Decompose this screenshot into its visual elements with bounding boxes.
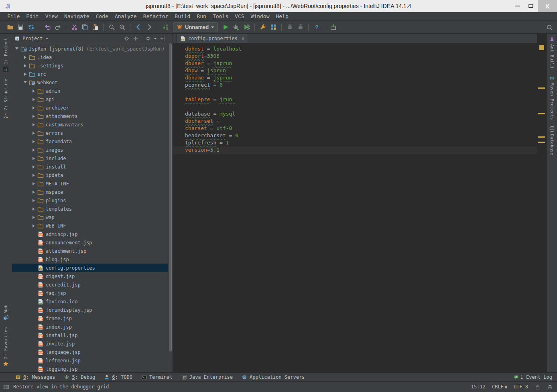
- tree-item-attachments[interactable]: attachments: [12, 112, 168, 120]
- close-button[interactable]: X: [538, 0, 557, 12]
- menu-run[interactable]: Run: [193, 13, 209, 19]
- expand-arrow-icon[interactable]: [30, 132, 37, 135]
- menu-build[interactable]: Build: [171, 13, 193, 19]
- tool-stripe-button-2-favorites[interactable]: 2: Favorites: [3, 327, 9, 367]
- lock-icon[interactable]: [535, 384, 541, 390]
- editor-line[interactable]: dbname = jsprun: [173, 74, 537, 81]
- expand-arrow-icon[interactable]: [22, 73, 28, 76]
- encoding-selector[interactable]: UTF-8: [514, 384, 528, 390]
- tree-item-announcement-jsp[interactable]: JSPannouncement.jsp: [12, 238, 168, 247]
- tree-item-attachment-jsp[interactable]: JSPattachment.jsp: [12, 247, 168, 255]
- expand-arrow-icon[interactable]: [30, 207, 37, 211]
- editor-line[interactable]: dbcharset =: [173, 118, 537, 125]
- project-panel-title[interactable]: Project: [22, 36, 43, 41]
- tree-item-language-jsp[interactable]: JSPlanguage.jsp: [12, 348, 168, 356]
- tree-item-logging-jsp[interactable]: JSPlogging.jsp: [12, 365, 168, 372]
- project-tree-scrollbar[interactable]: [168, 34, 173, 372]
- editor-line[interactable]: pconnect = 0: [173, 81, 537, 89]
- tree-item-meta-inf[interactable]: META-INF: [12, 179, 168, 188]
- tool-window-button-6-todo[interactable]: 6: TODO: [104, 374, 132, 380]
- run-configuration-selector[interactable]: Unnamed: [173, 22, 218, 32]
- menu-file[interactable]: File: [4, 13, 23, 19]
- event-log-widget[interactable]: ! 1 Event Log: [514, 373, 552, 382]
- tree-item-src[interactable]: src: [12, 70, 168, 78]
- expand-arrow-icon[interactable]: [30, 89, 37, 93]
- menu-navigate[interactable]: Navigate: [61, 13, 93, 19]
- cut-button[interactable]: [69, 22, 79, 32]
- tree-item-idea[interactable]: .idea: [12, 53, 168, 61]
- tree-item-web-inf[interactable]: WEB-INF: [12, 221, 168, 230]
- expand-arrow-icon[interactable]: [30, 106, 37, 110]
- expand-arrow-icon[interactable]: [30, 123, 37, 126]
- tree-item-templates[interactable]: templates: [12, 205, 168, 213]
- tree-item-include[interactable]: include: [12, 154, 168, 162]
- tree-item-frame-jsp[interactable]: JSPframe.jsp: [12, 314, 168, 323]
- project-structure-button[interactable]: [268, 22, 278, 32]
- run-coverage-button[interactable]: [241, 22, 252, 32]
- scrollbar-thumb[interactable]: [169, 43, 172, 351]
- tool-stripe-button-database[interactable]: Database: [549, 126, 555, 155]
- tree-item-webroot[interactable]: WebRoot: [12, 78, 168, 87]
- tool-stripe-button-web[interactable]: Web: [3, 305, 9, 321]
- editor-line[interactable]: tplrefresh = 1: [173, 139, 537, 146]
- tree-item-index-jsp[interactable]: JSPindex.jsp: [12, 323, 168, 331]
- expand-arrow-icon[interactable]: [22, 64, 28, 67]
- expand-arrow-icon[interactable]: [30, 157, 37, 160]
- editor-line[interactable]: [173, 103, 537, 110]
- stripe-mark-warning[interactable]: [538, 87, 545, 89]
- tool-stripe-button-1-project[interactable]: 1: ProjectIJ: [3, 38, 9, 72]
- editor-line[interactable]: database = mysql: [173, 110, 537, 118]
- tree-item-faq-jsp[interactable]: JSPfaq.jsp: [12, 289, 168, 297]
- tree-item-customavatars[interactable]: customavatars: [12, 120, 168, 129]
- minimize-button[interactable]: [510, 0, 524, 12]
- synchronize-button[interactable]: [26, 22, 36, 32]
- menu-code[interactable]: Code: [93, 13, 112, 19]
- paste-button[interactable]: [90, 22, 100, 32]
- expand-arrow-icon[interactable]: [30, 182, 37, 185]
- tree-item-config-properties[interactable]: config.properties: [12, 264, 168, 272]
- debug-button[interactable]: [231, 22, 241, 32]
- replace-button[interactable]: R: [117, 22, 127, 32]
- editor-line-current[interactable]: version=5.1: [173, 146, 537, 154]
- tree-item-archiver[interactable]: archiver: [12, 104, 168, 112]
- caret-position[interactable]: 15:12: [471, 384, 486, 390]
- find-button[interactable]: [106, 22, 117, 32]
- tool-window-button-5-debug[interactable]: 5: Debug: [64, 374, 95, 380]
- tab-config-properties[interactable]: config.properties ×: [176, 34, 248, 43]
- search-everywhere-button[interactable]: [544, 22, 555, 32]
- menu-vcs[interactable]: VCS: [232, 13, 247, 19]
- settings-button[interactable]: [258, 22, 268, 32]
- close-tab-icon[interactable]: ×: [242, 36, 244, 41]
- expand-arrow-icon[interactable]: [30, 224, 37, 227]
- tree-item-install[interactable]: install: [12, 162, 168, 171]
- tree-item-settings[interactable]: .settings: [12, 61, 168, 70]
- tool-window-button-application-servers[interactable]: Application Servers: [242, 374, 305, 380]
- run-button[interactable]: [220, 22, 231, 32]
- editor-content[interactable]: dbhost = localhostdbport=3306dbuser = js…: [173, 43, 537, 372]
- tree-item-eccredit-jsp[interactable]: JSPeccredit.jsp: [12, 280, 168, 289]
- tree-item-api[interactable]: api: [12, 95, 168, 104]
- tree-item-leftmenu-jsp[interactable]: JSPleftmenu.jsp: [12, 356, 168, 365]
- expand-arrow-icon[interactable]: [30, 174, 37, 177]
- editor-line[interactable]: tablepre = jrun_: [173, 96, 537, 103]
- tree-item-invite-jsp[interactable]: JSPinvite.jsp: [12, 339, 168, 348]
- tree-item-jsprun-jsprunutf8[interactable]: JspRun [jsprunutf8](E:\test_work_space\J…: [12, 45, 168, 53]
- tree-item-images[interactable]: images: [12, 146, 168, 154]
- editor-error-stripe[interactable]: [537, 34, 547, 372]
- android-button[interactable]: [295, 22, 305, 32]
- editor-line[interactable]: dbuser = jsprun: [173, 60, 537, 67]
- forward-button[interactable]: [144, 22, 154, 32]
- sort-lines-button[interactable]: 011001: [160, 22, 171, 32]
- editor-line[interactable]: dbport=3306: [173, 53, 537, 60]
- tree-item-ipdata[interactable]: ipdata: [12, 171, 168, 179]
- editor-line[interactable]: charset = utf-8: [173, 125, 537, 132]
- expand-arrow-icon[interactable]: [30, 216, 37, 219]
- tree-item-errors[interactable]: errors: [12, 129, 168, 137]
- tree-item-install-jsp[interactable]: JSPinstall.jsp: [12, 331, 168, 339]
- stripe-mark-warning[interactable]: [538, 136, 545, 138]
- tool-stripe-button-7-structure[interactable]: 7: Structure: [3, 79, 9, 118]
- tree-item-favicon-ico[interactable]: favicon.ico: [12, 297, 168, 306]
- editor-line[interactable]: headercharset = 0: [173, 132, 537, 139]
- help-button[interactable]: ?: [311, 22, 322, 32]
- editor-line[interactable]: dbhost = localhost: [173, 45, 537, 53]
